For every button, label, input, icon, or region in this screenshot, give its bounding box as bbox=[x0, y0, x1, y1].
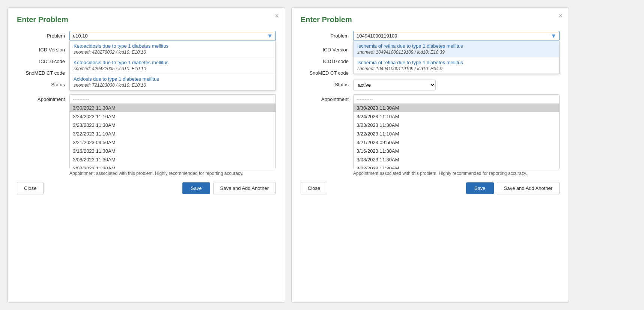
appointment-item-2-7[interactable]: 3/02/2023 11:30AM bbox=[354, 164, 559, 169]
status-label-2: Status bbox=[301, 80, 353, 87]
autocomplete-item-sub-1-2: snomed: 420422005 / icd10: E10.10 bbox=[74, 66, 272, 71]
problem-control-2: ▼ Ischemia of retina due to type 1 diabe… bbox=[353, 31, 560, 41]
autocomplete-item-sub-1-3: snomed: 721283000 / icd10: E10.10 bbox=[74, 83, 272, 88]
appointment-list-1[interactable]: ---------- 3/30/2023 11:30AM 3/24/2023 1… bbox=[69, 94, 276, 169]
problem-input-wrap-1: ▼ bbox=[69, 31, 276, 41]
appointment-item-1-2[interactable]: 3/23/2023 11:30AM bbox=[70, 121, 275, 129]
dialog-footer-2: Close Save Save and Add Another bbox=[301, 182, 560, 194]
status-row-2: Status active inactive resolved bbox=[301, 80, 560, 90]
appointment-item-1-3[interactable]: 3/22/2023 11:10AM bbox=[70, 129, 275, 138]
autocomplete-item-2-1[interactable]: Ischemia of retina due to type 1 diabete… bbox=[354, 41, 559, 57]
autocomplete-item-title-1-2: Ketoacidosis due to type 1 diabetes mell… bbox=[74, 60, 272, 65]
problem-row-2: Problem ▼ Ischemia of retina due to type… bbox=[301, 31, 560, 41]
autocomplete-item-title-2-1: Ischemia of retina due to type 1 diabete… bbox=[357, 43, 555, 49]
appointment-item-1-7[interactable]: 3/02/2023 11:30AM bbox=[70, 164, 275, 169]
autocomplete-item-title-1-3: Acidosis due to type 1 diabetes mellitus bbox=[74, 76, 272, 82]
dialog-title-1: Enter Problem bbox=[17, 15, 276, 24]
appointment-item-2-2[interactable]: 3/23/2023 11:30AM bbox=[354, 121, 559, 129]
autocomplete-item-1-1[interactable]: Ketoacidosis due to type 1 diabetes mell… bbox=[70, 41, 275, 57]
problem-label-2: Problem bbox=[301, 31, 353, 39]
autocomplete-item-sub-2-2: snomed: 104941000119109 / icd10: H34.9 bbox=[357, 66, 555, 71]
dialog-enter-problem-1: × Enter Problem Problem ▼ Ketoacidosis d… bbox=[8, 8, 285, 302]
appointment-item-2-3[interactable]: 3/22/2023 11:10AM bbox=[354, 129, 559, 138]
autocomplete-dropdown-2: Ischemia of retina due to type 1 diabete… bbox=[353, 41, 560, 74]
save-add-button-2[interactable]: Save and Add Another bbox=[497, 182, 560, 194]
dialog-footer-1: Close Save Save and Add Another bbox=[17, 182, 276, 194]
close-icon-1[interactable]: × bbox=[275, 12, 279, 19]
problem-row-1: Problem ▼ Ketoacidosis due to type 1 dia… bbox=[17, 31, 276, 41]
appointment-item-2-5[interactable]: 3/16/2023 11:30AM bbox=[354, 147, 559, 155]
appointment-control-1: ---------- 3/30/2023 11:30AM 3/24/2023 1… bbox=[69, 94, 276, 176]
problem-control-1: ▼ Ketoacidosis due to type 1 diabetes me… bbox=[69, 31, 276, 41]
appointment-item-1-1[interactable]: 3/24/2023 11:10AM bbox=[70, 112, 275, 121]
autocomplete-item-1-3[interactable]: Acidosis due to type 1 diabetes mellitus… bbox=[70, 74, 275, 90]
problem-input-wrap-2: ▼ bbox=[353, 31, 560, 41]
autocomplete-item-sub-1-1: snomed: 420270002 / icd10: E10.10 bbox=[74, 50, 272, 55]
appointment-label-2: Appointment bbox=[301, 94, 353, 102]
appointment-item-2-0[interactable]: 3/30/2023 11:30AM bbox=[354, 104, 559, 112]
dialog-title-2: Enter Problem bbox=[301, 15, 560, 24]
autocomplete-dropdown-1: Ketoacidosis due to type 1 diabetes mell… bbox=[69, 41, 276, 90]
icd-version-label-1: ICD Version bbox=[17, 45, 69, 53]
autocomplete-item-title-2-2: Ischemia of retina due to type 1 diabete… bbox=[357, 60, 555, 65]
snomed-label-1: SnoMED CT code bbox=[17, 68, 69, 76]
autocomplete-item-title-1-1: Ketoacidosis due to type 1 diabetes mell… bbox=[74, 43, 272, 49]
appointment-item-1-4[interactable]: 3/21/2023 09:50AM bbox=[70, 138, 275, 147]
appointment-item-2-4[interactable]: 3/21/2023 09:50AM bbox=[354, 138, 559, 147]
dialog-enter-problem-2: × Enter Problem Problem ▼ Ischemia of re… bbox=[291, 8, 569, 302]
appointment-item-2-1[interactable]: 3/24/2023 11:10AM bbox=[354, 112, 559, 121]
icd10-code-label-2: ICD10 code bbox=[301, 56, 353, 64]
appointment-item-2-6[interactable]: 3/08/2023 11:30AM bbox=[354, 155, 559, 164]
close-button-1[interactable]: Close bbox=[17, 182, 44, 194]
status-select-2[interactable]: active inactive resolved bbox=[353, 80, 436, 90]
icd-version-label-2: ICD Version bbox=[301, 45, 353, 53]
close-button-2[interactable]: Close bbox=[301, 182, 327, 194]
appointment-label-1: Appointment bbox=[17, 94, 69, 102]
icd10-code-label-1: ICD10 code bbox=[17, 56, 69, 64]
appointment-placeholder-1[interactable]: ---------- bbox=[70, 95, 275, 104]
autocomplete-item-1-2[interactable]: Ketoacidosis due to type 1 diabetes mell… bbox=[70, 57, 275, 74]
appointment-placeholder-2[interactable]: ---------- bbox=[354, 95, 559, 104]
appointment-item-1-6[interactable]: 3/08/2023 11:30AM bbox=[70, 155, 275, 164]
appointment-row-1: Appointment ---------- 3/30/2023 11:30AM… bbox=[17, 94, 276, 176]
autocomplete-item-2-2[interactable]: Ischemia of retina due to type 1 diabete… bbox=[354, 57, 559, 74]
appointment-item-1-0[interactable]: 3/30/2023 11:30AM bbox=[70, 104, 275, 112]
problem-input-2[interactable] bbox=[353, 31, 560, 41]
problem-input-1[interactable] bbox=[69, 31, 276, 41]
autocomplete-item-sub-2-1: snomed: 104941000119109 / icd10: E10.39 bbox=[357, 50, 555, 55]
appointment-row-2: Appointment ---------- 3/30/2023 11:30AM… bbox=[301, 94, 560, 176]
problem-label-1: Problem bbox=[17, 31, 69, 39]
status-label-1: Status bbox=[17, 80, 69, 87]
appointment-hint-1: Appointment associated with this problem… bbox=[69, 171, 276, 176]
appointment-control-2: ---------- 3/30/2023 11:30AM 3/24/2023 1… bbox=[353, 94, 560, 176]
save-button-1[interactable]: Save bbox=[182, 182, 210, 194]
close-icon-2[interactable]: × bbox=[558, 12, 563, 19]
appointment-list-2[interactable]: ---------- 3/30/2023 11:30AM 3/24/2023 1… bbox=[353, 94, 560, 169]
appointment-hint-2: Appointment associated with this problem… bbox=[353, 171, 560, 176]
status-control-2: active inactive resolved bbox=[353, 80, 560, 90]
appointment-item-1-5[interactable]: 3/16/2023 11:30AM bbox=[70, 147, 275, 155]
save-button-2[interactable]: Save bbox=[466, 182, 494, 194]
snomed-label-2: SnoMED CT code bbox=[301, 68, 353, 76]
save-add-button-1[interactable]: Save and Add Another bbox=[213, 182, 276, 194]
